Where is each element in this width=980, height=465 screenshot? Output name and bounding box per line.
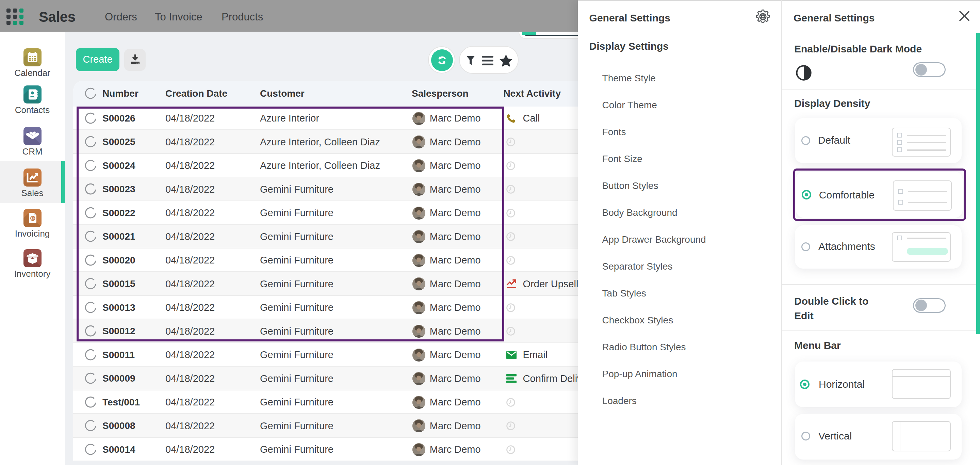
svg-text:$: $ bbox=[32, 216, 34, 220]
